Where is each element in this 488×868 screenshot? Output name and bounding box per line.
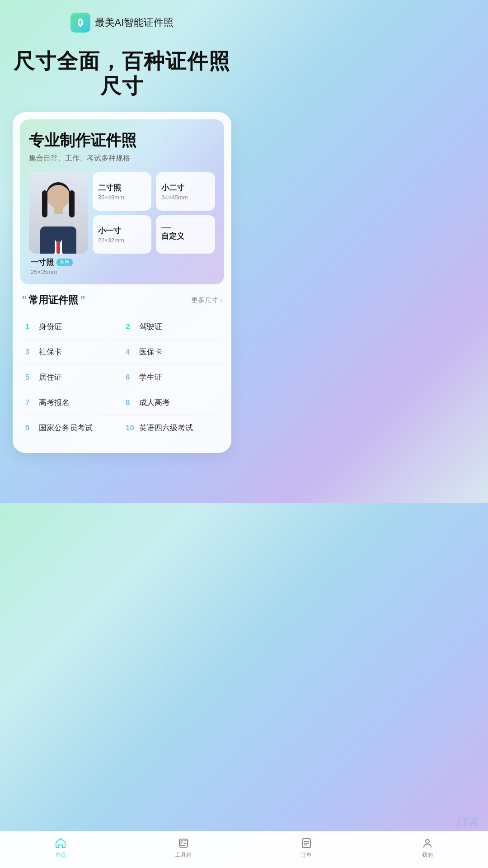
xiao-erchun-size: 34×45mm xyxy=(161,194,188,201)
more-sizes-link[interactable]: 更多尺寸 › xyxy=(191,296,222,305)
section-header: " 常用证件照 " 更多尺寸 › xyxy=(22,293,222,307)
photo-grid: 二寸照 35×49mm 小二寸 34×45mm 小一寸 22×32mm 自定义 xyxy=(29,172,215,254)
cert-item-10[interactable]: 10 英语四六级考试 xyxy=(122,415,222,440)
cert-num-3: 3 xyxy=(25,348,34,357)
custom-dash-icon xyxy=(161,227,171,228)
card-top-section: 专业制作证件照 集合日常、工作、考试多种规格 xyxy=(20,119,224,284)
cert-num-1: 1 xyxy=(25,322,34,331)
xiao-yichun-size: 22×32mm xyxy=(98,237,124,244)
cert-item-3[interactable]: 3 社保卡 xyxy=(22,340,122,365)
cert-num-2: 2 xyxy=(126,322,135,331)
custom-name: 自定义 xyxy=(161,231,184,241)
cert-label-9: 国家公务员考试 xyxy=(39,423,93,433)
cert-label-8: 成人高考 xyxy=(139,397,170,408)
portrait-image xyxy=(29,172,88,254)
chevron-right-icon: › xyxy=(220,297,222,304)
cert-item-2[interactable]: 2 驾驶证 xyxy=(122,314,222,340)
cert-num-6: 6 xyxy=(126,373,135,382)
card-title: 专业制作证件照 xyxy=(29,130,215,151)
erchun-size: 35×49mm xyxy=(98,194,124,201)
section-title: 常用证件照 xyxy=(28,293,78,307)
main-card: 专业制作证件照 集合日常、工作、考试多种规格 xyxy=(13,112,231,453)
portrait-cell[interactable] xyxy=(29,172,88,254)
cert-num-4: 4 xyxy=(126,348,135,357)
cert-item-7[interactable]: 7 高考报名 xyxy=(22,390,122,415)
cert-label-6: 学生证 xyxy=(139,372,162,382)
size-cell-xiao-erchun[interactable]: 小二寸 34×45mm xyxy=(156,172,215,211)
size-cell-erchun[interactable]: 二寸照 35×49mm xyxy=(93,172,152,211)
cert-item-6[interactable]: 6 学生证 xyxy=(122,365,222,390)
xiao-erchun-name: 小二寸 xyxy=(161,183,184,193)
cert-item-5[interactable]: 5 居住证 xyxy=(22,365,122,390)
cert-num-8: 8 xyxy=(126,398,135,407)
section-title-wrap: " 常用证件照 " xyxy=(22,293,85,307)
erchun-name: 二寸照 xyxy=(98,183,121,193)
card-subtitle: 集合日常、工作、考试多种规格 xyxy=(29,154,215,163)
cert-item-1[interactable]: 1 身份证 xyxy=(22,314,122,340)
cert-item-4[interactable]: 4 医保卡 xyxy=(122,340,222,365)
cert-label-10: 英语四六级考试 xyxy=(139,423,193,433)
app-header: 最美AI智能证件照 xyxy=(0,0,244,40)
cert-item-8[interactable]: 8 成人高考 xyxy=(122,390,222,415)
app-icon xyxy=(70,13,90,33)
cert-list: 1 身份证 2 驾驶证 3 社保卡 4 医保卡 5 居住证 6 学生证 xyxy=(22,314,222,440)
size-cell-custom[interactable]: 自定义 xyxy=(156,215,215,254)
yichun-name: 一寸照 xyxy=(31,257,54,268)
common-certs-section: " 常用证件照 " 更多尺寸 › 1 身份证 2 驾驶证 3 社保卡 xyxy=(13,284,231,444)
cert-label-1: 身份证 xyxy=(39,321,62,332)
quote-left-icon: " xyxy=(22,295,27,306)
cert-label-5: 居住证 xyxy=(39,372,62,382)
cert-label-2: 驾驶证 xyxy=(139,321,162,332)
cert-label-4: 医保卡 xyxy=(139,347,162,357)
cert-label-3: 社保卡 xyxy=(39,347,62,357)
more-sizes-text: 更多尺寸 xyxy=(191,296,218,305)
yichun-label-row: 一寸照 常用 xyxy=(31,257,213,268)
quote-right-icon: " xyxy=(80,295,85,306)
cert-num-5: 5 xyxy=(25,373,34,382)
cert-num-9: 9 xyxy=(25,424,34,433)
cert-num-7: 7 xyxy=(25,398,34,407)
app-name-text: 最美AI智能证件照 xyxy=(95,16,174,29)
cert-label-7: 高考报名 xyxy=(39,397,70,408)
hero-title: 尺寸全面，百种证件照尺寸 xyxy=(0,40,244,112)
cert-item-9[interactable]: 9 国家公务员考试 xyxy=(22,415,122,440)
person-silhouette xyxy=(29,172,88,254)
common-badge: 常用 xyxy=(56,259,73,266)
size-cell-xiao-yichun[interactable]: 小一寸 22×32mm xyxy=(93,215,152,254)
yichun-size: 25×35mm xyxy=(31,269,213,275)
xiao-yichun-name: 小一寸 xyxy=(98,226,121,236)
cert-num-10: 10 xyxy=(126,424,135,433)
